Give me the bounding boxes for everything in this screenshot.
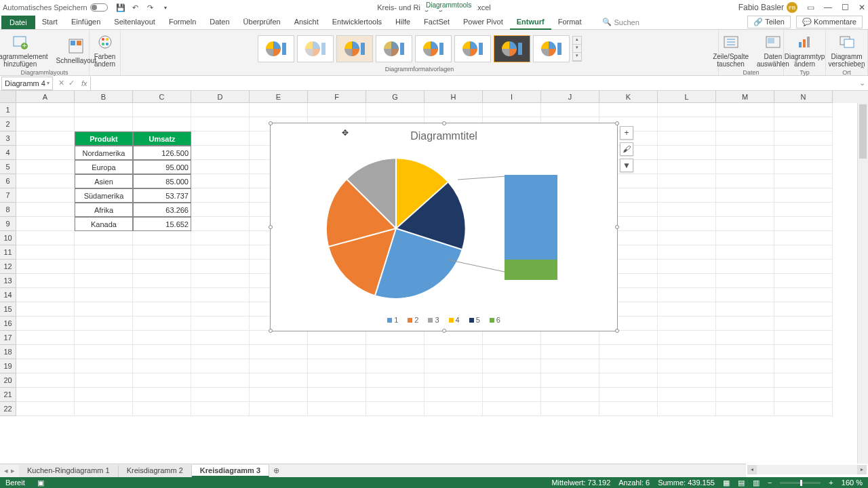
cell[interactable] bbox=[774, 188, 833, 203]
chart-styles-icon[interactable]: 🖌 bbox=[620, 142, 633, 156]
legend-item[interactable]: 1 bbox=[387, 316, 398, 324]
redo-icon[interactable]: ↷ bbox=[146, 3, 155, 12]
row-header[interactable]: 16 bbox=[0, 317, 16, 331]
cell[interactable] bbox=[133, 103, 191, 117]
chart-legend[interactable]: 123456 bbox=[271, 316, 617, 324]
tab-ansicht[interactable]: Ansicht bbox=[288, 15, 326, 30]
cell[interactable] bbox=[425, 103, 483, 117]
cell[interactable] bbox=[716, 231, 774, 245]
cell[interactable] bbox=[191, 188, 250, 203]
cell[interactable] bbox=[774, 302, 833, 317]
cell[interactable] bbox=[716, 146, 774, 160]
cell[interactable] bbox=[774, 103, 833, 117]
style-8[interactable] bbox=[533, 35, 570, 62]
cell[interactable] bbox=[425, 345, 483, 359]
fx-icon[interactable]: fx bbox=[79, 79, 90, 87]
comments-button[interactable]: 💬 Kommentare bbox=[796, 16, 863, 28]
cell[interactable] bbox=[774, 260, 833, 274]
cell[interactable] bbox=[16, 174, 75, 188]
autosave-toggle[interactable]: Automatisches Speichern bbox=[3, 3, 108, 12]
cell[interactable] bbox=[541, 402, 599, 416]
tab-entwicklertools[interactable]: Entwicklertools bbox=[326, 15, 389, 30]
cell[interactable] bbox=[774, 217, 833, 231]
cell[interactable] bbox=[133, 302, 191, 317]
row-header[interactable]: 2 bbox=[0, 117, 16, 131]
cell[interactable] bbox=[483, 345, 541, 359]
cell[interactable] bbox=[774, 131, 833, 146]
row-header[interactable]: 15 bbox=[0, 302, 16, 317]
name-box[interactable]: Diagramm 4▾ bbox=[1, 77, 53, 90]
cell[interactable] bbox=[191, 117, 250, 131]
row-header[interactable]: 3 bbox=[0, 131, 16, 146]
cell[interactable] bbox=[133, 331, 191, 345]
cell[interactable] bbox=[658, 288, 716, 302]
cell[interactable] bbox=[16, 359, 75, 373]
cell[interactable] bbox=[308, 331, 366, 345]
legend-item[interactable]: 3 bbox=[428, 316, 439, 324]
legend-item[interactable]: 6 bbox=[490, 316, 500, 324]
cell[interactable] bbox=[191, 203, 250, 217]
cell[interactable] bbox=[16, 103, 75, 117]
minimize-icon[interactable]: — bbox=[824, 3, 832, 12]
row-header[interactable]: 4 bbox=[0, 146, 16, 160]
cell[interactable] bbox=[599, 402, 658, 416]
tab-factset[interactable]: FactSet bbox=[417, 15, 456, 30]
pie-chart[interactable] bbox=[326, 159, 466, 298]
gallery-scroll[interactable]: ▴▾▾ bbox=[572, 36, 582, 62]
col-header[interactable]: D bbox=[191, 91, 250, 103]
cell[interactable] bbox=[716, 174, 774, 188]
cell[interactable] bbox=[716, 103, 774, 117]
cell[interactable] bbox=[774, 174, 833, 188]
row-header[interactable]: 20 bbox=[0, 373, 16, 388]
cell[interactable] bbox=[75, 260, 133, 274]
cell[interactable] bbox=[483, 388, 541, 402]
cell[interactable] bbox=[191, 231, 250, 245]
cell[interactable] bbox=[541, 345, 599, 359]
cell[interactable] bbox=[308, 359, 366, 373]
sheet-nav-prev-icon[interactable]: ◂ bbox=[4, 466, 8, 475]
cell[interactable] bbox=[191, 103, 250, 117]
cell[interactable] bbox=[75, 331, 133, 345]
tab-power pivot[interactable]: Power Pivot bbox=[456, 15, 510, 30]
cell[interactable] bbox=[716, 274, 774, 288]
cell[interactable] bbox=[308, 103, 366, 117]
col-header[interactable]: B bbox=[75, 91, 133, 103]
cell[interactable] bbox=[250, 359, 308, 373]
cell[interactable] bbox=[366, 103, 425, 117]
cell[interactable] bbox=[191, 288, 250, 302]
cell[interactable]: Südamerika bbox=[75, 188, 133, 203]
cell[interactable] bbox=[16, 288, 75, 302]
cell[interactable] bbox=[133, 317, 191, 331]
enter-icon[interactable]: ✓ bbox=[68, 79, 75, 87]
cell[interactable] bbox=[133, 359, 191, 373]
close-icon[interactable]: ✕ bbox=[859, 3, 865, 12]
cell[interactable] bbox=[16, 217, 75, 231]
tab-einfügen[interactable]: Einfügen bbox=[64, 15, 107, 30]
cell[interactable] bbox=[16, 402, 75, 416]
cell[interactable] bbox=[133, 231, 191, 245]
cell[interactable] bbox=[133, 117, 191, 131]
sheet-tab[interactable]: Kreisdiagramm 3 bbox=[192, 465, 269, 477]
cell[interactable] bbox=[75, 373, 133, 388]
zoom-in-icon[interactable]: + bbox=[829, 479, 833, 487]
cell[interactable] bbox=[16, 160, 75, 174]
cell[interactable] bbox=[16, 188, 75, 203]
cell[interactable]: Asien bbox=[75, 174, 133, 188]
cell[interactable] bbox=[16, 302, 75, 317]
cell[interactable] bbox=[658, 131, 716, 146]
cell[interactable] bbox=[191, 402, 250, 416]
cell[interactable] bbox=[716, 317, 774, 331]
cell[interactable] bbox=[133, 345, 191, 359]
save-icon[interactable]: 💾 bbox=[116, 3, 125, 12]
cell[interactable] bbox=[191, 146, 250, 160]
cell[interactable] bbox=[16, 388, 75, 402]
cell[interactable] bbox=[716, 260, 774, 274]
cell[interactable] bbox=[716, 117, 774, 131]
cell[interactable]: 126.500 bbox=[133, 146, 191, 160]
style-1[interactable] bbox=[258, 35, 294, 62]
cell[interactable] bbox=[425, 373, 483, 388]
cancel-icon[interactable]: ✕ bbox=[58, 79, 64, 87]
change-chart-type-button[interactable]: Diagrammtyp ändern bbox=[782, 31, 827, 69]
cell[interactable] bbox=[658, 260, 716, 274]
cell[interactable] bbox=[716, 245, 774, 260]
